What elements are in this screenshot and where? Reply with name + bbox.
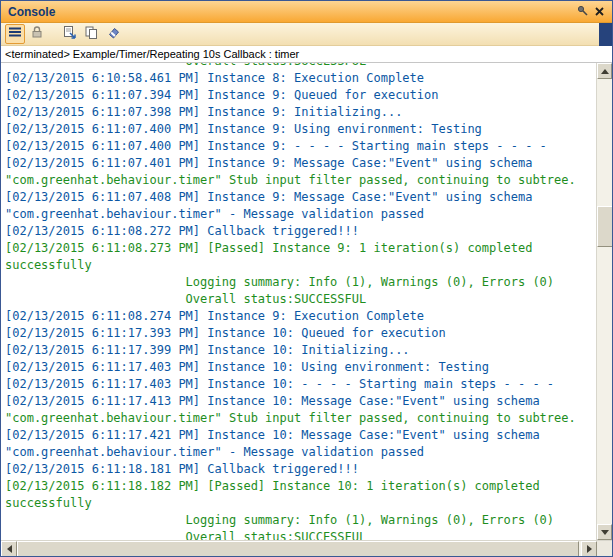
console-panel: Console — [0, 0, 613, 557]
console-toolbar — [1, 23, 612, 46]
console-line: [02/13/2015 6:11:17.421 PM] Instance 10:… — [5, 427, 596, 444]
console-line: [02/13/2015 6:11:17.403 PM] Instance 10:… — [5, 359, 596, 376]
console-line: [02/13/2015 6:11:07.408 PM] Instance 9: … — [5, 189, 596, 206]
scroll-right-icon — [587, 545, 592, 553]
console-line: [02/13/2015 6:11:18.181 PM] Callback tri… — [5, 461, 596, 478]
console-log-text[interactable]: Overall status:SUCCESSFUL[02/13/2015 6:1… — [1, 63, 596, 540]
console-line: "com.greenhat.behaviour.timer" Stub inpu… — [5, 410, 596, 427]
copy-icon — [84, 25, 99, 44]
console-line: [02/13/2015 6:11:17.413 PM] Instance 10:… — [5, 393, 596, 410]
vertical-scrollbar[interactable] — [596, 63, 612, 540]
scroll-up-icon — [601, 69, 609, 74]
console-line: [02/13/2015 6:11:07.398 PM] Instance 9: … — [5, 104, 596, 121]
console-line: [02/13/2015 6:11:07.400 PM] Instance 9: … — [5, 138, 596, 155]
scroll-down-button[interactable] — [597, 524, 612, 540]
launch-status-line: <terminated> Example/Timer/Repeating 10s… — [1, 46, 612, 62]
pin-icon — [576, 3, 589, 21]
scroll-left-button[interactable] — [1, 541, 17, 557]
console-line: successfully — [5, 495, 596, 512]
export-icon — [62, 25, 77, 44]
console-line: [02/13/2015 6:11:17.403 PM] Instance 10:… — [5, 376, 596, 393]
console-line: Logging summary: Info (1), Warnings (0),… — [5, 274, 596, 291]
scroll-down-icon — [601, 530, 609, 535]
console-line: "com.greenhat.behaviour.timer" - Message… — [5, 444, 596, 461]
console-line: "com.greenhat.behaviour.timer" Stub inpu… — [5, 172, 596, 189]
pin-button[interactable] — [574, 3, 591, 20]
hamburger-icon — [8, 25, 22, 43]
close-icon — [594, 3, 605, 21]
console-line: Logging summary: Info (1), Warnings (0),… — [5, 512, 596, 529]
scrollbar-corner — [597, 541, 612, 557]
export-log-button[interactable] — [59, 24, 79, 44]
console-line: successfully — [5, 257, 596, 274]
console-line: [02/13/2015 6:11:08.274 PM] Instance 9: … — [5, 308, 596, 325]
panel-title: Console — [8, 5, 574, 19]
vertical-scroll-thumb[interactable] — [597, 206, 613, 247]
scroll-lock-button[interactable] — [27, 24, 47, 44]
vertical-scroll-track[interactable] — [597, 79, 612, 524]
console-line: [02/13/2015 6:11:18.182 PM] [Passed] Ins… — [5, 478, 596, 495]
eraser-icon — [106, 25, 121, 44]
lock-icon — [30, 25, 44, 43]
horizontal-scroll-track[interactable] — [17, 541, 581, 556]
console-line: [02/13/2015 6:11:08.273 PM] [Passed] Ins… — [5, 240, 596, 257]
console-line: [02/13/2015 6:11:17.393 PM] Instance 10:… — [5, 325, 596, 342]
horizontal-scroll-thumb[interactable] — [17, 541, 579, 557]
console-line: Overall status:SUCCESSFUL — [5, 529, 596, 540]
console-line: [02/13/2015 6:11:07.394 PM] Instance 9: … — [5, 87, 596, 104]
console-line: [02/13/2015 6:10:58.461 PM] Instance 8: … — [5, 70, 596, 87]
panel-titlebar[interactable]: Console — [1, 1, 612, 23]
scroll-right-button[interactable] — [581, 541, 597, 557]
console-line: [02/13/2015 6:11:07.400 PM] Instance 9: … — [5, 121, 596, 138]
console-output-area[interactable]: Overall status:SUCCESSFUL[02/13/2015 6:1… — [1, 62, 612, 540]
console-line: [02/13/2015 6:11:08.272 PM] Callback tri… — [5, 223, 596, 240]
scroll-up-button[interactable] — [597, 63, 612, 79]
console-menu-button[interactable] — [5, 24, 25, 44]
console-line: [02/13/2015 6:11:17.399 PM] Instance 10:… — [5, 342, 596, 359]
scroll-left-icon — [7, 545, 12, 553]
panel-edge-handle — [599, 23, 612, 46]
console-line: Overall status:SUCCESSFUL — [5, 63, 596, 70]
console-line: [02/13/2015 6:11:07.401 PM] Instance 9: … — [5, 155, 596, 172]
horizontal-scrollbar[interactable] — [1, 540, 612, 556]
console-line: "com.greenhat.behaviour.timer" - Message… — [5, 206, 596, 223]
console-line: Overall status:SUCCESSFUL — [5, 291, 596, 308]
close-button[interactable] — [591, 3, 608, 20]
clear-console-button[interactable] — [103, 24, 123, 44]
copy-button[interactable] — [81, 24, 101, 44]
